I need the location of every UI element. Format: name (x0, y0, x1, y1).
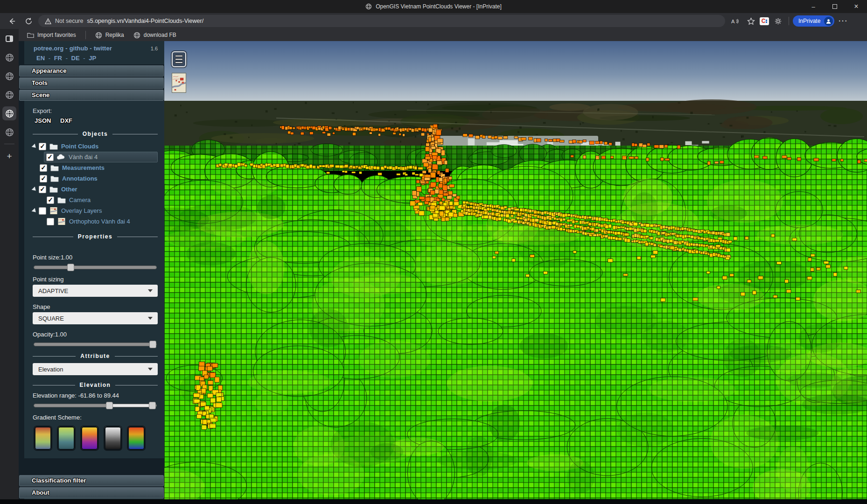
expander-icon[interactable] (32, 143, 38, 149)
bookmark-label: Import favorites (37, 32, 76, 38)
tree-item-orthophoto[interactable]: Orthophoto Vành đai 4 (33, 216, 158, 227)
accordion-appearance[interactable]: Appearance (19, 65, 164, 77)
tree-item-measurements[interactable]: Measurements (33, 162, 158, 173)
selected-row[interactable]: Vành đai 4 (44, 152, 158, 162)
export-dxf-link[interactable]: DXF (60, 117, 72, 124)
elevation-range-slider[interactable] (34, 404, 157, 407)
checkbox[interactable] (47, 218, 54, 225)
folder-icon (49, 143, 58, 150)
export-json-link[interactable]: JSON (35, 117, 51, 124)
sidebar-tab-1[interactable] (2, 50, 16, 64)
inprivate-label: InPrivate (798, 18, 820, 24)
globe-icon (5, 109, 14, 118)
browser-essentials-button[interactable] (771, 14, 785, 28)
point-cloud-render[interactable] (164, 41, 867, 499)
bookmark-replika[interactable]: Replika (91, 30, 128, 40)
minimize-button[interactable]: – (803, 0, 824, 13)
link-potree-org[interactable]: potree.org (34, 45, 63, 52)
language-jp[interactable]: JP (89, 55, 96, 62)
map-view-thumbnail[interactable] (172, 73, 186, 93)
checkbox[interactable] (39, 143, 46, 150)
browser-toolbar: Not secure s5.opengis.vn/Vanhdai4-PointC… (0, 13, 867, 29)
accordion-tools[interactable]: Tools (19, 77, 164, 89)
globe-icon (5, 128, 14, 137)
strip-divider (4, 144, 14, 144)
gradient-scheme-yellow-green[interactable] (57, 426, 76, 451)
sidebar-tab-active[interactable] (2, 106, 16, 120)
language-fr[interactable]: FR (54, 55, 62, 62)
point-sizing-select[interactable]: ADAPTIVE (33, 285, 158, 297)
checkbox[interactable] (39, 186, 46, 193)
tree-item-vanh-dai-4[interactable]: Vành đai 4 (33, 152, 158, 162)
gradient-scheme-grayscale[interactable] (104, 426, 122, 451)
link-github[interactable]: github (70, 45, 88, 52)
restore-icon (832, 4, 837, 9)
slider-handle[interactable] (149, 341, 156, 348)
refresh-button[interactable] (21, 14, 35, 28)
tree-item-other[interactable]: Other (33, 184, 158, 195)
inprivate-profile-button[interactable]: InPrivate (793, 15, 834, 27)
expander-icon[interactable] (32, 186, 38, 192)
tree-item-overlay-layers[interactable]: Overlay Layers (33, 205, 158, 216)
link-twitter[interactable]: twitter (94, 45, 112, 52)
opacity-slider[interactable] (34, 343, 157, 346)
extension-c-icon[interactable]: C (760, 17, 769, 25)
cloud-icon (57, 154, 65, 161)
accordion-scene[interactable]: Scene (19, 90, 164, 101)
sidebar-layout-button[interactable] (2, 32, 16, 46)
elevation-range-label: Elevation range: -61.86 to 89.44 (33, 392, 158, 399)
tree-item-point-clouds[interactable]: Point Clouds (33, 141, 158, 152)
menu-toggle-button[interactable] (172, 51, 186, 67)
globe-icon (95, 32, 102, 39)
checkbox[interactable] (39, 207, 46, 215)
sidebar-tab-3[interactable] (2, 88, 16, 102)
attribute-divider: Attribute (33, 353, 158, 359)
language-de[interactable]: DE (71, 55, 80, 62)
tree-item-annotations[interactable]: Annotations (33, 173, 158, 184)
address-bar[interactable]: Not secure s5.opengis.vn/Vanhdai4-PointC… (38, 15, 725, 27)
toolbar-divider (789, 17, 789, 25)
gradient-scheme-plasma[interactable] (80, 426, 99, 451)
slider-handle[interactable] (67, 264, 74, 271)
shape-select[interactable]: SQUARE (33, 312, 158, 324)
security-label[interactable]: Not secure (55, 18, 83, 24)
sidebar-layout-icon (6, 35, 13, 42)
language-en[interactable]: EN (36, 55, 45, 62)
point-cloud-viewport[interactable] (164, 41, 867, 499)
restore-button[interactable] (824, 0, 846, 13)
elevation-divider: Elevation (33, 382, 158, 388)
checkbox[interactable] (40, 164, 47, 172)
favorite-star-button[interactable] (744, 14, 758, 28)
url-text[interactable]: s5.opengis.vn/Vanhdai4-PointClouds-Viewe… (87, 18, 203, 24)
gradient-scheme-rainbow[interactable] (127, 426, 146, 451)
bookmark-download-fb[interactable]: download FB (130, 30, 180, 40)
hamburger-icon (175, 55, 183, 57)
back-button[interactable] (5, 14, 19, 28)
close-button[interactable]: × (846, 0, 867, 13)
bookmark-import-favorites[interactable]: Import favorites (23, 30, 80, 40)
accordion-about[interactable]: About (19, 487, 164, 498)
edge-sidebar-strip: + (0, 29, 19, 499)
tree-item-camera[interactable]: Camera (33, 195, 158, 205)
gradient-scheme-spectral[interactable] (34, 426, 52, 451)
separator: - (64, 55, 70, 62)
map-icon (57, 218, 66, 225)
range-handle-min[interactable] (106, 402, 113, 409)
potree-sidebar: potree.org - github - twitter 1.6 EN - F… (19, 41, 164, 499)
checkbox[interactable] (40, 175, 47, 182)
point-size-slider[interactable] (34, 266, 157, 269)
accordion-classification-filter[interactable]: Classification filter (19, 475, 164, 486)
attribute-select[interactable]: Elevation (33, 363, 158, 375)
add-sidebar-item-button[interactable]: + (2, 149, 16, 163)
checkbox[interactable] (47, 196, 54, 204)
range-handle-max[interactable] (149, 402, 156, 409)
sidebar-tab-5[interactable] (2, 125, 16, 139)
point-sizing-value: ADAPTIVE (38, 287, 68, 294)
bookmarks-bar: Import favorites Replika download FB (19, 29, 867, 41)
settings-menu-button[interactable]: ··· (836, 14, 850, 28)
read-aloud-button[interactable] (728, 14, 742, 28)
checkbox[interactable] (46, 154, 54, 161)
globe-icon (5, 72, 14, 81)
sidebar-tab-2[interactable] (2, 69, 16, 83)
expander-icon[interactable] (32, 208, 38, 214)
